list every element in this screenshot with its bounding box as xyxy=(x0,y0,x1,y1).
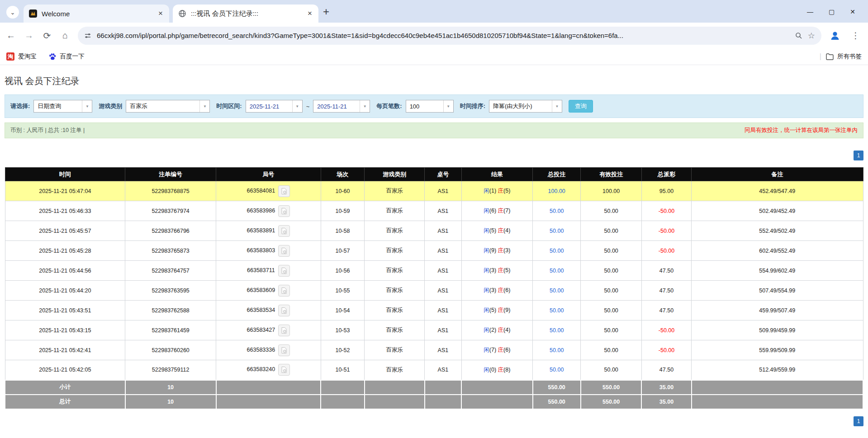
forward-icon[interactable]: → xyxy=(24,30,34,41)
game-type-cell: 百家乐 xyxy=(365,261,425,281)
game-type-select[interactable]: 百家乐 ▼ xyxy=(126,100,210,113)
profile-avatar[interactable] xyxy=(829,29,841,42)
bet-number-cell: 522983767974 xyxy=(125,201,216,221)
refresh-icon[interactable]: ⟳ xyxy=(42,30,52,41)
date-to-select[interactable]: 2025-11-21 ▼ xyxy=(313,100,370,113)
query-mode-label: 请选择: xyxy=(10,102,30,110)
total-row-cell: 550.00 xyxy=(533,395,581,409)
video-record-icon[interactable] xyxy=(278,205,290,217)
player-result: 闲 xyxy=(484,188,489,194)
round-number-cell: 663583986 xyxy=(216,201,321,221)
video-record-icon[interactable] xyxy=(278,285,290,297)
total-bet-cell: 50.00 xyxy=(533,340,581,360)
round-number-cell: 663583336 xyxy=(216,340,321,360)
player-result: 闲 xyxy=(484,227,489,234)
banker-points: (5) xyxy=(503,267,510,273)
column-header: 总派彩 xyxy=(641,168,691,181)
window-close-button[interactable]: ✕ xyxy=(850,8,855,15)
total-bet-link[interactable]: 50.00 xyxy=(550,248,564,254)
new-tab-button[interactable]: + xyxy=(323,6,329,17)
back-icon[interactable]: ← xyxy=(5,30,16,41)
note-cell: 552.49/502.49 xyxy=(692,221,863,241)
valid-bet-cell: 50.00 xyxy=(581,340,642,360)
note-cell: 502.49/452.49 xyxy=(692,201,863,221)
payout-cell: -50.00 xyxy=(641,241,691,261)
bet-number-cell: 522983762588 xyxy=(125,301,216,320)
tab-welcome[interactable]: Welcome × xyxy=(24,5,169,23)
note-cell: 507.49/554.99 xyxy=(692,281,863,301)
page-size-select[interactable]: 100 ▼ xyxy=(406,100,454,113)
address-bar[interactable]: 66cxkj98.com/ipl/portal.php/game/betreco… xyxy=(78,27,821,45)
video-record-icon[interactable] xyxy=(278,305,290,316)
all-bookmarks-button[interactable]: 所有书签 xyxy=(826,52,862,61)
maximize-button[interactable]: ▢ xyxy=(829,8,835,15)
home-icon[interactable]: ⌂ xyxy=(60,30,71,41)
video-record-icon[interactable] xyxy=(278,225,290,237)
total-bet-cell: 100.00 xyxy=(533,181,581,201)
valid-bet-note: 同局有效投注，统一计算在该局第一张注单内 xyxy=(745,127,858,134)
total-bet-link[interactable]: 50.00 xyxy=(550,287,564,294)
valid-bet-cell: 100.00 xyxy=(581,181,642,201)
column-header: 局号 xyxy=(216,168,321,181)
bet-time-cell: 2025-11-21 05:44:56 xyxy=(5,261,125,281)
payout-cell: 47.50 xyxy=(641,261,691,281)
total-bet-link[interactable]: 50.00 xyxy=(550,327,564,334)
tab-search-button[interactable]: ⌄ xyxy=(6,6,19,19)
page-size-label: 每页笔数: xyxy=(376,102,402,110)
video-record-icon[interactable] xyxy=(278,245,290,257)
video-record-icon[interactable] xyxy=(278,265,290,277)
sort-order-label: 时间排序: xyxy=(460,102,485,110)
sort-order-select[interactable]: 降冪(由大到小) ▼ xyxy=(489,100,562,113)
banker-points: (6) xyxy=(503,347,510,353)
game-type-cell: 百家乐 xyxy=(365,181,425,201)
total-bet-link[interactable]: 50.00 xyxy=(550,367,564,373)
total-row-cell xyxy=(216,395,321,409)
browser-menu-icon[interactable]: ⋮ xyxy=(849,30,863,41)
minimize-button[interactable]: — xyxy=(807,8,813,15)
result-cell: 闲(6) 庄(7) xyxy=(461,201,532,221)
query-mode-select[interactable]: 日期查询 ▼ xyxy=(33,100,92,113)
table-footer: 小计10550.00550.0035.00总计10550.00550.0035.… xyxy=(5,380,863,409)
total-bet-cell: 50.00 xyxy=(533,281,581,301)
date-from-select[interactable]: 2025-11-21 ▼ xyxy=(246,100,303,113)
total-bet-link[interactable]: 50.00 xyxy=(550,208,564,214)
total-bet-link[interactable]: 100.00 xyxy=(548,188,565,194)
site-info-icon[interactable] xyxy=(84,32,91,39)
total-bet-link[interactable]: 50.00 xyxy=(550,268,564,274)
page-number-button[interactable]: 1 xyxy=(854,416,863,426)
video-record-icon[interactable] xyxy=(278,185,290,197)
table-number-cell: AS1 xyxy=(425,201,462,221)
browser-toolbar: ← → ⟳ ⌂ 66cxkj98.com/ipl/portal.php/game… xyxy=(0,23,868,48)
player-points: (1) xyxy=(489,188,496,194)
bookmark-baidu[interactable]: 百度一下 xyxy=(48,52,85,61)
total-bet-link[interactable]: 50.00 xyxy=(550,228,564,234)
tab-close-icon[interactable]: × xyxy=(306,9,314,18)
table-number-cell: AS1 xyxy=(425,221,462,241)
tab-bet-record[interactable]: :::视讯 会员下注纪录::: × xyxy=(173,5,318,23)
video-record-icon[interactable] xyxy=(278,325,290,336)
subtotal-row-cell xyxy=(692,380,863,395)
player-result: 闲 xyxy=(484,347,489,353)
payout-cell: 47.50 xyxy=(641,301,691,320)
tab-close-icon[interactable]: × xyxy=(157,9,165,18)
total-bet-link[interactable]: 50.00 xyxy=(550,347,564,353)
total-bet-link[interactable]: 50.00 xyxy=(550,307,564,314)
bet-number-cell: 522983760260 xyxy=(125,340,216,360)
payout-cell: -50.00 xyxy=(641,221,691,241)
game-type-cell: 百家乐 xyxy=(365,301,425,320)
page-number-button[interactable]: 1 xyxy=(854,151,863,160)
banker-points: (3) xyxy=(503,247,510,254)
subtotal-row-cell: 550.00 xyxy=(581,380,642,395)
banker-result: 庄 xyxy=(498,307,504,313)
round-number: 663583240 xyxy=(247,367,275,373)
welcome-tab-favicon-icon xyxy=(29,9,37,18)
bookmark-star-icon[interactable]: ☆ xyxy=(808,31,815,41)
bookmarks-bar: 淘 爱淘宝 百度一下 | 所有书签 xyxy=(0,48,868,65)
video-record-icon[interactable] xyxy=(278,364,290,376)
url-text[interactable]: 66cxkj98.com/ipl/portal.php/game/betreco… xyxy=(97,32,790,39)
zoom-icon[interactable] xyxy=(795,32,802,39)
search-button[interactable]: 查询 xyxy=(569,100,593,113)
bookmark-aitaobao[interactable]: 淘 爱淘宝 xyxy=(6,52,37,61)
chevron-down-icon: ▼ xyxy=(443,100,453,112)
video-record-icon[interactable] xyxy=(278,344,290,356)
